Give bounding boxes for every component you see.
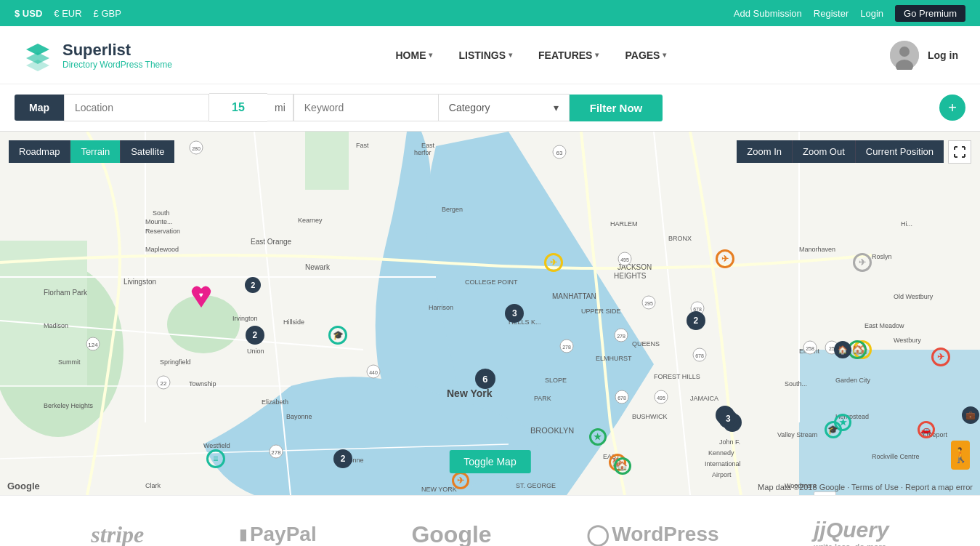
wordpress-logo: ◯ WordPress: [586, 523, 718, 547]
map-pin-green-star[interactable]: ★: [589, 428, 607, 446]
svg-text:Union: Union: [247, 348, 264, 355]
svg-text:BRONX: BRONX: [668, 235, 692, 242]
svg-text:New York: New York: [447, 388, 493, 399]
svg-text:Westfield: Westfield: [203, 442, 230, 449]
keyword-input[interactable]: [293, 94, 439, 121]
map-pin-teal-list[interactable]: ≡: [206, 449, 225, 468]
svg-text:Fast: Fast: [356, 142, 369, 149]
svg-text:Hillside: Hillside: [283, 318, 304, 326]
map-pin-orange-car[interactable]: ✈: [452, 472, 469, 489]
map-pin-2-queens[interactable]: 2: [687, 311, 705, 330]
currency-usd[interactable]: $ USD: [15, 8, 42, 19]
login-link-top[interactable]: Login: [860, 8, 883, 19]
brand-name: Superlist: [62, 41, 172, 60]
partners-section: stripe ▮ PayPal Google ◯ WordPress jjQue…: [0, 495, 980, 546]
svg-text:678: 678: [617, 396, 626, 401]
map-pin-2-newark[interactable]: 2: [246, 326, 264, 345]
svg-text:Reservation: Reservation: [145, 228, 180, 235]
svg-text:COLLEGE POINT: COLLEGE POINT: [465, 278, 518, 286]
svg-text:South: South: [153, 209, 170, 217]
header-right: Log in: [890, 41, 958, 70]
satellite-button[interactable]: Satellite: [121, 140, 174, 163]
svg-text:JAMAICA: JAMAICA: [690, 395, 718, 402]
jquery-logo: jjQuery write less, do more.: [814, 518, 888, 546]
chevron-down-icon: ▾: [595, 51, 599, 59]
brand-tagline: Directory WordPress Theme: [62, 60, 172, 70]
header: Superlist Directory WordPress Theme HOME…: [0, 26, 980, 84]
nav-pages[interactable]: PAGES ▾: [615, 44, 676, 67]
map-pin-6[interactable]: 6: [475, 369, 495, 389]
svg-text:Bayonne: Bayonne: [286, 413, 312, 420]
zoom-in-button[interactable]: Zoom In: [737, 140, 793, 163]
svg-text:Harrison: Harrison: [429, 304, 453, 311]
add-submission-link[interactable]: Add Submission: [734, 8, 802, 19]
svg-text:278: 278: [271, 449, 281, 456]
svg-text:BUSHWICK: BUSHWICK: [632, 413, 668, 420]
toggle-map-button[interactable]: Toggle Map: [449, 450, 530, 473]
svg-text:SLOPE: SLOPE: [545, 377, 567, 384]
map-tab[interactable]: Map: [15, 95, 64, 121]
register-link[interactable]: Register: [814, 8, 849, 19]
logo[interactable]: Superlist Directory WordPress Theme: [22, 39, 172, 71]
add-button[interactable]: +: [939, 95, 965, 121]
map-container[interactable]: Florham Park Madison Berkeley Heights Su…: [0, 132, 980, 495]
svg-text:PARK: PARK: [534, 395, 551, 402]
streetview-pegman[interactable]: 🚶: [951, 441, 970, 470]
currency-gbp[interactable]: £ GBP: [94, 8, 121, 19]
svg-text:MANHATTAN: MANHATTAN: [552, 292, 596, 300]
category-select[interactable]: Category ▾: [439, 94, 570, 121]
nav-features[interactable]: FEATURES ▾: [528, 44, 609, 67]
map-pin-orange-plane[interactable]: ✈: [716, 249, 734, 268]
nav-home[interactable]: HOME ▾: [385, 44, 442, 67]
svg-text:280: 280: [192, 146, 201, 151]
zoom-out-button[interactable]: Zoom Out: [793, 140, 856, 163]
svg-text:Roslyn: Roslyn: [872, 253, 892, 260]
map-pin-heart[interactable]: ♥: [190, 284, 212, 313]
distance-input[interactable]: [209, 93, 267, 122]
filter-button[interactable]: Filter Now: [570, 95, 663, 121]
svg-text:HEIGHTS: HEIGHTS: [614, 272, 647, 280]
current-position-button[interactable]: Current Position: [856, 140, 944, 163]
svg-text:Bergen: Bergen: [442, 206, 463, 213]
location-input[interactable]: [64, 94, 209, 121]
map-pin-hempstead[interactable]: 🏠: [834, 341, 851, 358]
svg-text:Maplewood: Maplewood: [145, 246, 179, 253]
zoo-label: zoo: [814, 491, 837, 495]
svg-text:22: 22: [161, 380, 167, 387]
svg-text:Kennedy: Kennedy: [708, 449, 734, 457]
nav-listings[interactable]: LISTINGS ▾: [448, 44, 522, 67]
svg-text:Berkeley Heights: Berkeley Heights: [44, 402, 94, 409]
map-pin-briefcase[interactable]: 💼: [962, 406, 979, 424]
svg-rect-13: [305, 132, 349, 190]
svg-text:124: 124: [88, 342, 98, 348]
map-pin-3-bronx[interactable]: 3: [718, 409, 737, 428]
map-pin-red-plane[interactable]: ✈: [931, 348, 950, 366]
map-pin-yellow-plane[interactable]: ✈: [544, 253, 563, 272]
svg-text:Irvington: Irvington: [232, 315, 258, 322]
map-pin-3-manhattan[interactable]: 3: [505, 304, 524, 323]
map-background: Florham Park Madison Berkeley Heights Su…: [0, 132, 980, 495]
map-pin-2-bayonne[interactable]: 2: [333, 449, 352, 468]
svg-text:NEW YORK: NEW YORK: [421, 486, 457, 493]
top-bar-links: Add Submission Register Login Go Premium: [734, 5, 965, 22]
currency-eur[interactable]: € EUR: [54, 8, 81, 19]
map-pin-green-home2[interactable]: 🏠: [614, 457, 631, 475]
map-pin-teal-grad2[interactable]: 🎓: [825, 421, 842, 438]
login-button[interactable]: Log in: [928, 49, 958, 61]
map-pin-gray-plane[interactable]: ✈: [853, 253, 872, 272]
svg-text:Secaucus: Secaucus: [472, 132, 501, 133]
svg-text:Mounte...: Mounte...: [145, 218, 173, 225]
avatar[interactable]: [890, 41, 919, 70]
svg-text:Hi...: Hi...: [901, 220, 912, 228]
map-pin-red-car[interactable]: 🚗: [918, 421, 935, 438]
svg-text:UPPER SIDE: UPPER SIDE: [581, 308, 621, 315]
svg-text:John F.: John F.: [719, 438, 740, 446]
terrain-button[interactable]: Terrain: [70, 140, 121, 163]
currency-selector: $ USD € EUR £ GBP: [15, 8, 121, 19]
svg-text:Clark: Clark: [145, 482, 161, 489]
svg-text:East Orange: East Orange: [251, 238, 292, 246]
fullscreen-button[interactable]: [948, 140, 971, 164]
roadmap-button[interactable]: Roadmap: [9, 140, 70, 163]
map-pin-teal-graduation[interactable]: 🎓: [328, 326, 347, 345]
go-premium-button[interactable]: Go Premium: [895, 5, 965, 22]
